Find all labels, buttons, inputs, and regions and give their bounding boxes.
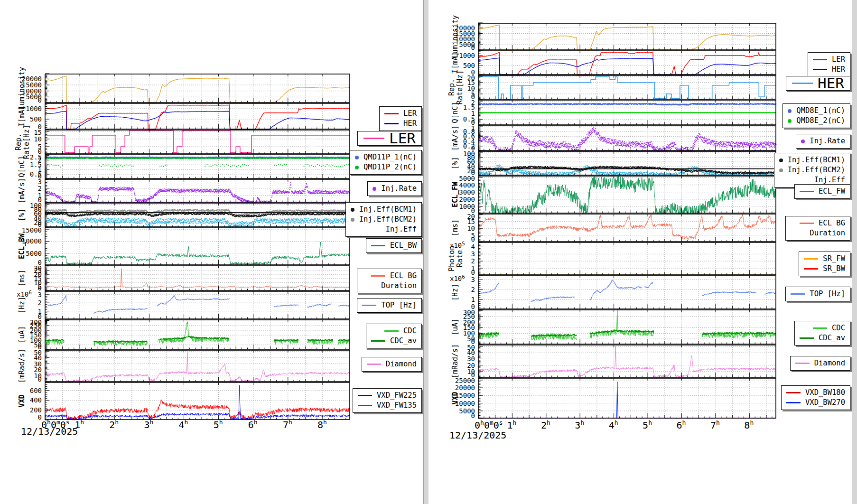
svg-text:300: 300 (30, 318, 42, 326)
legend-label: TOP [Hz] (381, 300, 417, 310)
legend-entry: HER (813, 65, 845, 75)
legend-top: TOP [Hz] (785, 287, 850, 301)
svg-text:[mRad/s]: [mRad/s] (451, 344, 459, 378)
legend-label: LER (403, 109, 417, 119)
legend-line-marker (800, 337, 814, 339)
legend-no-marker (795, 179, 810, 181)
svg-text:2: 2 (471, 99, 475, 106)
plot-vxd: 0500010000150002000025000VXD (448, 378, 778, 420)
legend-line-marker (813, 327, 827, 329)
x-axis-tick-label: 8h (317, 419, 327, 430)
legend-dot-marker (373, 187, 376, 191)
legend-ring: LERHER (379, 106, 422, 131)
legend-entry: QMD11P_1(nC) (355, 152, 417, 162)
scrollbar-right-window[interactable] (852, 0, 857, 504)
legend-label: Duration (381, 281, 417, 291)
legend-label: Inj.Eff (386, 224, 417, 234)
legend-label: VXD_FW135 (377, 401, 417, 411)
svg-text:VXD: VXD (18, 394, 26, 407)
plot-luminosity: 05000100001500020000Luminosity (448, 23, 778, 52)
plot-top: 0123[Hz]x106 (15, 291, 352, 321)
legend-entry: LER (813, 55, 845, 65)
scrollbar-left-window[interactable] (423, 0, 428, 504)
svg-text:20: 20 (467, 74, 475, 82)
legend-label: Duration (810, 228, 845, 238)
legend-label: LER (832, 55, 845, 65)
svg-text:Rate: Rate (456, 250, 464, 267)
legend-entry: ECL_BW (371, 241, 417, 251)
legend-line-marker (371, 245, 385, 246)
legend-label: Diamond (814, 358, 845, 368)
svg-text:x106: x106 (450, 274, 465, 282)
svg-text:1000: 1000 (459, 203, 475, 210)
legend-injrate: Inj.Rate (367, 181, 422, 196)
legend-label: Inj.Eff(BCM1) (788, 155, 845, 165)
svg-text:25000: 25000 (455, 377, 475, 384)
legend-entry: CDC (800, 323, 845, 333)
svg-text:1: 1 (471, 296, 475, 303)
svg-text:15000: 15000 (22, 226, 42, 234)
svg-text:15: 15 (34, 129, 42, 136)
legend-entry: VXD_BW180 (786, 388, 845, 398)
svg-text:[uA]: [uA] (18, 326, 26, 343)
svg-text:50: 50 (467, 344, 475, 351)
legend-dot-marker (801, 140, 805, 143)
legend-no-marker (367, 229, 381, 230)
legend-label: HER (818, 78, 844, 88)
legend-injrate: Inj.Rate (796, 134, 850, 149)
legend-entry: Inj.Eff(BCM1) (779, 155, 845, 165)
svg-text:5: 5 (38, 143, 42, 150)
plot-charge: 00.511.52Q[nC] (448, 100, 778, 127)
legend-line-marker (384, 123, 399, 124)
legend-dot-marker (788, 119, 792, 123)
svg-text:500: 500 (463, 62, 475, 69)
legend-line-marker (804, 268, 818, 270)
legend-label: SR_BW (823, 264, 845, 274)
svg-text:2000: 2000 (459, 196, 475, 203)
x-axis-tick-label: 4h (609, 420, 618, 431)
svg-text:ECL_BW: ECL_BW (18, 233, 26, 259)
svg-text:3: 3 (471, 250, 475, 258)
legend-label: TOP [Hz] (810, 289, 845, 299)
legend-line-marker (362, 305, 376, 306)
legend-line-marker (813, 69, 827, 70)
legend-entry: CDC_av (800, 333, 845, 343)
svg-text:20: 20 (467, 213, 475, 220)
svg-text:5000: 5000 (26, 250, 42, 257)
svg-text:600: 600 (30, 387, 42, 394)
legend-label: Inj.Eff(BCM2) (788, 165, 845, 175)
svg-text:1000: 1000 (26, 105, 42, 112)
svg-text:30: 30 (34, 264, 42, 272)
svg-text:4000: 4000 (459, 181, 475, 189)
svg-text:3: 3 (471, 276, 475, 283)
legend-entry: SR_BW (804, 264, 845, 274)
plot-eclbg: 051015202530[ms] (15, 265, 352, 292)
legend-line-marker (804, 258, 818, 260)
legend-dot-marker (351, 218, 354, 222)
svg-text:100: 100 (30, 202, 42, 209)
legend-no-marker (791, 233, 805, 234)
plot-eclfw: 010002000300040005000ECL_FW (448, 176, 778, 215)
svg-text:VXD: VXD (451, 392, 459, 404)
svg-text:5000: 5000 (459, 175, 475, 182)
legend-big-ring: HER (786, 76, 850, 91)
date-label: 12/13/2025 (449, 429, 506, 441)
svg-text:I[mA]: I[mA] (18, 105, 26, 127)
x-axis-tick-label: 3h (575, 420, 584, 431)
legend-line-marker (795, 363, 810, 364)
plot-eclbw: 050001000015000ECL_BW (15, 227, 352, 267)
plot-photon: 01234PhotonRatex105 (448, 242, 778, 277)
svg-text:1: 1 (471, 264, 475, 272)
legend-line-marker (384, 330, 399, 332)
legend-line-marker (800, 223, 814, 224)
legend-entry: Diamond (795, 358, 845, 368)
legend-big-ring: LER (357, 131, 422, 146)
plot-diamond: 01020304050[mRad/s] (15, 350, 352, 383)
svg-text:[mRad/s]: [mRad/s] (18, 349, 26, 383)
svg-text:5000: 5000 (459, 407, 475, 415)
plot-diamond: 01020304050[mRad/s] (448, 345, 778, 379)
legend-label: Inj.Eff(BCM1) (359, 205, 417, 215)
legend-vxd: VXD_FW225VXD_FW135 (353, 388, 422, 413)
legend-cdc: CDCCDC_av (794, 321, 850, 345)
x-axis-tick-label: 6h (677, 420, 686, 431)
